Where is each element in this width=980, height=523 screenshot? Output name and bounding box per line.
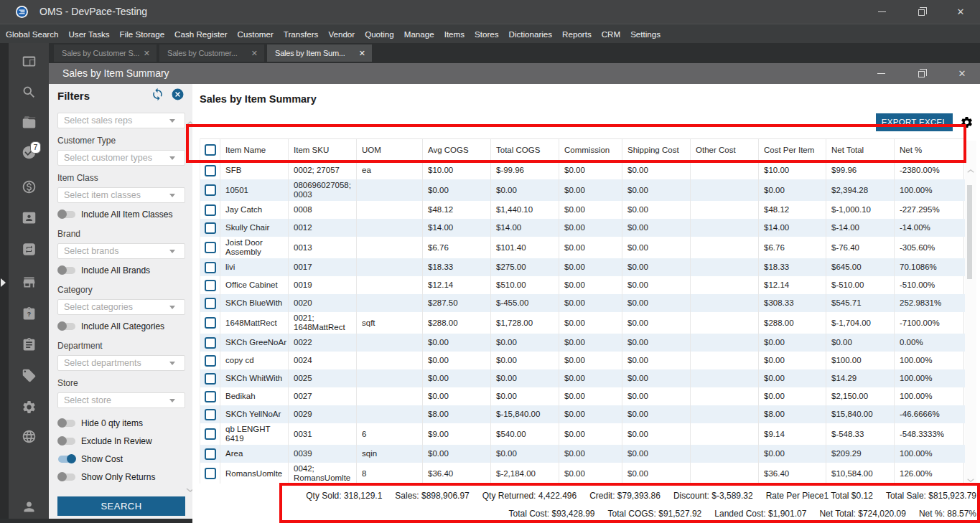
table-row[interactable]: SKCh WhitWith0025$0.00$0.00$0.00$0.00$0.… (200, 369, 965, 387)
sidebar-item-contact-card[interactable] (9, 204, 49, 230)
sidebar-item-check-circle[interactable]: 7 (9, 139, 49, 165)
select-all-checkbox[interactable] (205, 144, 216, 156)
sidebar-flyout-arrow-icon[interactable] (1, 278, 6, 287)
row-checkbox[interactable] (205, 317, 216, 329)
toggle-switch[interactable] (58, 473, 75, 481)
menu-item-transfers[interactable]: Transfers (279, 24, 324, 44)
table-row[interactable]: Area0039sqin$0.00$0.00$0.00$0.00$0.00$20… (200, 445, 965, 463)
search-button[interactable]: SEARCH (57, 496, 185, 516)
menu-item-vendor[interactable]: Vendor (323, 24, 360, 44)
row-checkbox[interactable] (205, 280, 216, 291)
toggle-row-hide-0-qty-items[interactable]: Hide 0 qty items (57, 418, 185, 428)
row-checkbox[interactable] (205, 428, 216, 440)
toggle-row-exclude-in-review[interactable]: Exclude In Review (57, 435, 185, 446)
row-checkbox[interactable] (205, 262, 216, 273)
toggle-row-include-all-brands[interactable]: Include All Brands (57, 265, 185, 275)
tab-close-icon[interactable]: ✕ (355, 49, 365, 58)
toggle-row-include-all-categories[interactable]: Include All Categories (57, 321, 185, 331)
table-row[interactable]: 10501080696027058; 0003$0.00$0.00$0.00$0… (200, 179, 965, 201)
filters-scroll-down-icon[interactable] (185, 483, 192, 489)
table-row[interactable]: qb LENGHT 641900316$9.00$540.00$0.00$0.0… (200, 423, 965, 445)
table-vertical-scrollbar[interactable] (965, 141, 976, 485)
toggle-switch[interactable] (58, 420, 75, 427)
scroll-down-icon[interactable] (966, 473, 975, 481)
row-checkbox[interactable] (205, 373, 216, 385)
scroll-up-icon[interactable] (966, 164, 975, 171)
row-checkbox[interactable] (205, 448, 216, 460)
table-row[interactable]: SKCh GreeNoAr0022$0.00$0.00$0.00$0.00$0.… (200, 334, 965, 352)
table-row[interactable]: SKCh YellNoAr0029$8.00$-15,840.00$0.00$0… (200, 405, 965, 423)
menu-item-quoting[interactable]: Quoting (360, 24, 399, 44)
export-excel-button[interactable]: EXPORT EXCEL (876, 113, 953, 131)
toggle-switch[interactable] (58, 456, 75, 463)
menu-item-user-tasks[interactable]: User Tasks (63, 24, 114, 44)
sidebar-item-clipboard-question[interactable] (9, 301, 49, 326)
filter-select-sales-reps[interactable]: Select sales reps (57, 113, 185, 128)
toggle-row-show-cost[interactable]: Show Cost (57, 453, 185, 464)
menu-item-crm[interactable]: CRM (597, 24, 625, 44)
tab-close-icon[interactable]: ✕ (139, 49, 150, 58)
table-row[interactable]: Skully Chair0012$14.00$14.00$0.00$0.00$1… (200, 219, 965, 237)
table-row[interactable]: Joist Door Assembly0013$6.76$101.40$0.00… (200, 237, 965, 258)
sidebar-item-dashboard[interactable] (9, 48, 49, 74)
toggle-row-show-only-returns[interactable]: Show Only Returns (57, 471, 185, 482)
row-checkbox[interactable] (205, 184, 216, 196)
menu-item-manage[interactable]: Manage (399, 24, 439, 44)
inner-window-restore-button[interactable] (907, 63, 935, 84)
menu-item-stores[interactable]: Stores (470, 24, 504, 44)
sidebar-item-folder[interactable] (9, 109, 49, 135)
table-row[interactable]: 1648MattRect0021; 1648MattRectsqft$288.0… (200, 312, 965, 334)
row-checkbox[interactable] (205, 242, 216, 253)
toggle-switch[interactable] (58, 211, 75, 218)
tab-3[interactable]: Sales by Item Sum...✕ (267, 44, 372, 62)
row-checkbox[interactable] (205, 165, 216, 176)
row-checkbox[interactable] (205, 468, 216, 479)
table-row[interactable]: SFB0002; 27057ea$10.00$-99.96$0.00$0.00$… (200, 161, 965, 179)
table-row[interactable]: copy cd0024$0.00$0.00$0.00$0.00$0.00$100… (200, 352, 965, 369)
sidebar-item-tag[interactable] (9, 362, 49, 388)
table-row[interactable]: livi0017$18.33$275.00$0.00$0.00$18.33$64… (200, 258, 965, 276)
sidebar-item-search[interactable] (9, 79, 49, 105)
inner-window-minimize-button[interactable] (867, 63, 895, 84)
row-checkbox[interactable] (205, 337, 216, 349)
tab-1[interactable]: Sales by Customer S...✕ (54, 44, 157, 62)
filter-select-item-class[interactable]: Select item classes (57, 187, 185, 203)
row-checkbox[interactable] (205, 355, 216, 367)
menu-item-settings[interactable]: Settings (625, 24, 666, 44)
menu-item-items[interactable]: Items (439, 24, 470, 44)
row-checkbox[interactable] (205, 204, 216, 216)
row-checkbox[interactable] (205, 222, 216, 234)
table-row[interactable]: Bedikah0027$0.00$0.00$0.00$0.00$0.00$2,1… (200, 387, 965, 405)
toggle-switch[interactable] (58, 438, 75, 445)
table-row[interactable]: SKCh BlueWith0020$287.50$-455.00$0.00$0.… (200, 294, 965, 312)
inner-window-close-button[interactable]: ✕ (948, 63, 976, 84)
table-row[interactable]: Jay Catch0008$48.12$1,440.10$0.00$0.00$4… (200, 201, 965, 219)
gear-icon[interactable] (960, 116, 974, 129)
tab-close-icon[interactable]: ✕ (247, 49, 258, 58)
sidebar-item-gear[interactable] (9, 394, 49, 420)
sidebar-item-dollar-circle[interactable] (9, 174, 49, 199)
sidebar-item-clipboard-list[interactable] (9, 331, 49, 357)
sidebar-item-crop-frame[interactable] (9, 236, 49, 262)
toggle-row-include-all-item-classes[interactable]: Include All Item Classes (57, 209, 185, 220)
row-checkbox[interactable] (205, 391, 216, 402)
sidebar-item-person[interactable] (9, 494, 49, 519)
menu-item-reports[interactable]: Reports (557, 24, 597, 44)
toggle-switch[interactable] (58, 267, 75, 274)
close-circle-icon[interactable] (171, 88, 185, 101)
window-restore-button[interactable] (907, 0, 935, 24)
scrollbar-thumb[interactable] (967, 185, 972, 279)
filter-select-category[interactable]: Select categories (57, 299, 185, 315)
window-close-button[interactable]: ✕ (946, 0, 975, 24)
refresh-icon[interactable] (151, 88, 164, 101)
filter-select-brand[interactable]: Select brands (57, 243, 185, 259)
tab-2[interactable]: Sales by Customer...✕ (159, 44, 264, 62)
menu-item-cash-register[interactable]: Cash Register (169, 24, 232, 44)
filter-select-department[interactable]: Select departments (57, 355, 185, 371)
menu-item-dictionaries[interactable]: Dictionaries (504, 24, 558, 44)
menu-item-file-storage[interactable]: File Storage (115, 24, 170, 44)
filters-scroll-up-icon[interactable] (185, 116, 192, 122)
menu-item-global-search[interactable]: Global Search (6, 24, 63, 44)
filter-select-store[interactable]: Select store (57, 392, 185, 408)
table-row[interactable]: RomansUomlte0042; RomansUomlte8$36.40$-2… (200, 463, 965, 484)
